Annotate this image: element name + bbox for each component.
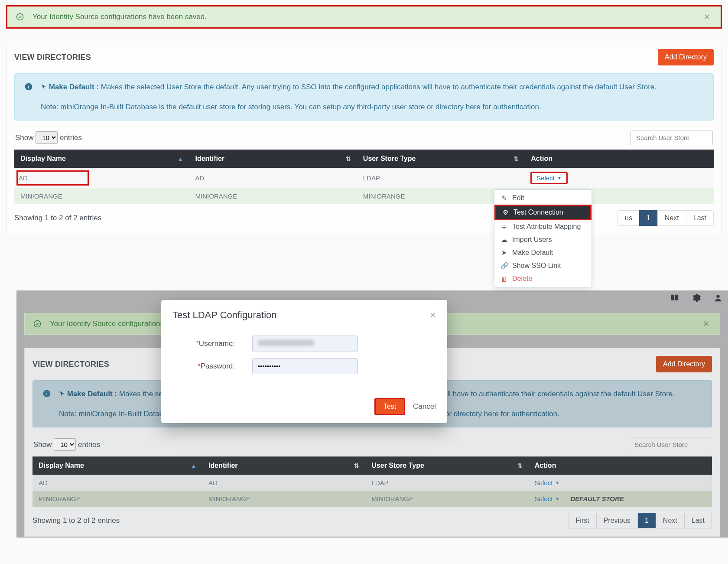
page-1[interactable]: 1	[637, 513, 656, 528]
caret-down-icon: ▼	[555, 496, 559, 501]
col-action: Action	[529, 456, 712, 475]
menu-show-sso-link[interactable]: 🔗 Show SSO Link	[494, 259, 592, 272]
page-last[interactable]: Last	[686, 210, 714, 226]
page-next[interactable]: Next	[657, 210, 686, 226]
show-pre: Show	[15, 134, 34, 142]
cell-display-name: MINIORANGE	[14, 188, 189, 204]
directories-table: Display Name ▲ Identifier ⇅ User Store T…	[14, 150, 714, 204]
show-post: entries	[60, 134, 82, 142]
modal-title: Test LDAP Configuration	[172, 310, 277, 321]
cell-type: LDAP	[365, 475, 528, 491]
col-identifier[interactable]: Identifier ⇅	[189, 150, 357, 168]
info-icon	[24, 82, 33, 112]
gears-icon: ⚙	[502, 209, 509, 216]
user-icon[interactable]	[713, 293, 723, 303]
info-icon	[42, 389, 51, 419]
svg-point-4	[716, 295, 719, 298]
book-icon[interactable]	[670, 293, 679, 303]
test-button[interactable]: Test	[374, 398, 405, 415]
page-next[interactable]: Next	[656, 513, 685, 528]
col-user-store-type[interactable]: User Store Type ⇅	[365, 456, 528, 475]
table-row: MINIORANGE MINIORANGE MINIORANGE Select▼…	[32, 491, 712, 507]
page-first[interactable]: First	[569, 513, 597, 528]
svg-rect-8	[46, 391, 47, 392]
password-label: *Password:	[179, 362, 235, 371]
menu-test-attribute[interactable]: ≑ Test Attribute Mapping	[494, 220, 592, 233]
cell-identifier: AD	[189, 168, 357, 188]
caret-down-icon: ▼	[555, 480, 559, 485]
svg-rect-3	[28, 85, 29, 85]
sort-icon: ⇅	[517, 462, 523, 469]
close-icon[interactable]: ✕	[429, 310, 436, 320]
cell-identifier: MINIORANGE	[202, 491, 365, 507]
caret-down-icon: ▼	[557, 176, 562, 180]
cell-type: LDAP	[357, 168, 525, 188]
cancel-button[interactable]: Cancel	[413, 398, 436, 415]
col-action: Action	[525, 150, 714, 168]
pointer-icon: ➤	[500, 249, 508, 257]
show-post: entries	[78, 440, 100, 449]
cell-display-name: MINIORANGE	[32, 491, 202, 507]
show-pre: Show	[33, 440, 52, 449]
close-icon[interactable]: ✕	[703, 319, 709, 329]
menu-test-connection[interactable]: ⚙ Test Connection	[494, 205, 592, 220]
page-1[interactable]: 1	[639, 210, 658, 226]
pointer-icon	[41, 83, 49, 91]
page-prev[interactable]: Previous	[596, 513, 638, 528]
check-circle-icon	[33, 320, 41, 328]
close-icon[interactable]: ✕	[704, 12, 710, 22]
alert-saved: Your Identity Source configurations have…	[6, 5, 722, 29]
svg-rect-7	[46, 393, 47, 395]
menu-delete[interactable]: 🗑 Delete	[494, 272, 592, 285]
col-identifier[interactable]: Identifier ⇅	[202, 456, 365, 475]
col-user-store-type[interactable]: User Store Type ⇅	[357, 150, 525, 168]
cell-identifier: MINIORANGE	[189, 188, 357, 204]
col-display-name[interactable]: Display Name ▲	[32, 456, 202, 475]
blurred-value	[258, 340, 314, 346]
search-input[interactable]	[630, 130, 713, 145]
cloud-upload-icon: ☁	[500, 236, 508, 244]
page-last[interactable]: Last	[684, 513, 712, 528]
menu-make-default[interactable]: ➤ Make Default	[494, 246, 592, 259]
action-dropdown: ✎ Edit ⚙ Test Connection ≑ Test Attribut…	[494, 189, 592, 287]
info-note: Note: miniOrange In-Built Database is th…	[41, 101, 704, 113]
svg-point-0	[17, 14, 23, 20]
cell-type: MINIORANGE	[365, 491, 528, 507]
make-default-text: Makes the selected User Store the defaul…	[101, 83, 656, 91]
username-label: *Username:	[179, 339, 235, 348]
cell-display-name: AD	[17, 171, 88, 185]
table-foot-info: Showing 1 to 2 of 2 entries	[14, 214, 101, 222]
add-directory-button[interactable]: Add Directory	[658, 49, 714, 65]
pointer-icon	[59, 390, 67, 398]
pagination: us 1 Next Last	[618, 210, 714, 226]
menu-edit[interactable]: ✎ Edit	[494, 192, 592, 205]
password-field[interactable]	[252, 358, 358, 374]
edit-icon: ✎	[500, 194, 508, 202]
username-field[interactable]	[252, 336, 358, 352]
directories-card: VIEW DIRECTORIES Add Directory Make Defa…	[6, 41, 722, 234]
alert-text: Your Identity Source configurations have…	[32, 13, 207, 21]
sort-icon: ⇅	[514, 155, 519, 162]
make-default-label: Make Default :	[67, 390, 117, 398]
sort-icon: ⇅	[354, 462, 359, 469]
action-select-button[interactable]: Select▼	[531, 172, 567, 184]
table-row: AD AD LDAP Select▼	[14, 168, 714, 188]
check-circle-icon	[16, 13, 24, 21]
col-display-name[interactable]: Display Name ▲	[14, 150, 189, 168]
sort-asc-icon: ▲	[178, 156, 183, 162]
page-size-select[interactable]: 10	[36, 131, 58, 144]
action-select-button[interactable]: Select▼	[535, 495, 560, 502]
link-icon: 🔗	[500, 262, 508, 270]
add-directory-button[interactable]: Add Directory	[656, 356, 712, 372]
directories-table: Display Name ▲ Identifier ⇅ User Store T…	[32, 456, 712, 507]
menu-import-users[interactable]: ☁ Import Users	[494, 233, 592, 246]
table-row: AD AD LDAP Select▼	[32, 475, 712, 491]
cell-display-name: AD	[32, 475, 202, 491]
gear-icon[interactable]	[692, 293, 701, 303]
sort-icon: ⇅	[346, 155, 351, 162]
page-first[interactable]: us	[618, 210, 640, 226]
cell-identifier: AD	[202, 475, 365, 491]
search-input[interactable]	[629, 437, 711, 452]
page-size-select[interactable]: 10	[54, 438, 76, 451]
action-select-button[interactable]: Select▼	[535, 479, 560, 486]
